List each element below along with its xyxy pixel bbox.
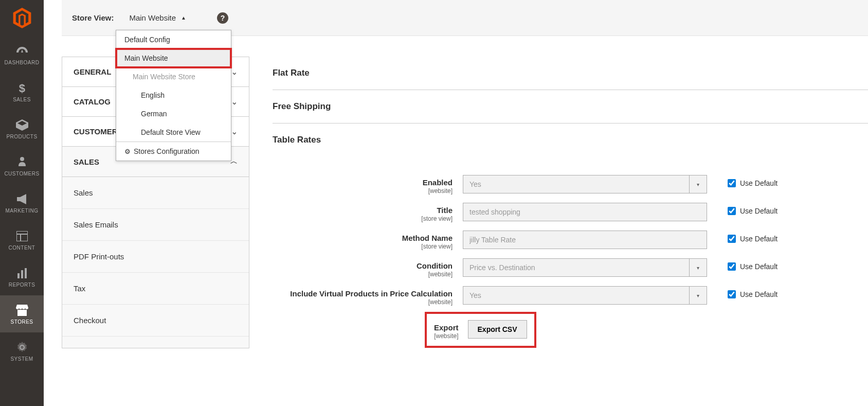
enabled-use-default[interactable]: Use Default — [728, 175, 777, 187]
export-highlight: Export[website] Export CSV — [427, 314, 534, 346]
virtual-select: Yes▾ — [463, 286, 707, 305]
nav-products-label: PRODUCTS — [6, 134, 37, 139]
store-icon — [15, 304, 29, 317]
row-virtual: Include Virtual Products in Price Calcul… — [273, 286, 868, 306]
box-icon — [15, 118, 29, 132]
nav-sales[interactable]: $ SALES — [0, 73, 44, 110]
condition-label: Condition — [417, 261, 453, 270]
dd-stores-configuration-label: Stores Configuration — [134, 147, 200, 155]
nav-content[interactable]: CONTENT — [0, 221, 44, 258]
nav-system-label: SYSTEM — [10, 356, 33, 362]
nav-reports[interactable]: REPORTS — [0, 258, 44, 295]
section-flat-rate[interactable]: Flat Rate — [273, 57, 868, 90]
magento-logo-icon — [12, 8, 32, 28]
nav-system[interactable]: SYSTEM — [0, 332, 44, 369]
subitem-sales-emails[interactable]: Sales Emails — [62, 209, 249, 241]
nav-stores[interactable]: STORES — [0, 295, 44, 332]
row-export: Export[website] Export CSV — [427, 314, 868, 346]
nav-marketing[interactable]: MARKETING — [0, 184, 44, 221]
gear-icon — [15, 341, 29, 354]
person-icon — [15, 155, 29, 169]
use-default-label: Use Default — [740, 290, 777, 298]
subitem-pdf-printouts[interactable]: PDF Print-outs — [62, 241, 249, 273]
virtual-use-default[interactable]: Use Default — [728, 286, 777, 298]
title-use-default[interactable]: Use Default — [728, 203, 777, 215]
enabled-label: Enabled — [423, 178, 453, 187]
title-label: Title — [437, 206, 453, 215]
nav-stores-label: STORES — [11, 319, 33, 325]
dd-main-website[interactable]: Main Website — [116, 49, 231, 67]
help-icon[interactable]: ? — [217, 12, 228, 24]
section-table-rates[interactable]: Table Rates — [273, 123, 868, 156]
export-csv-button[interactable]: Export CSV — [468, 320, 527, 339]
nav-dashboard[interactable]: DASHBOARD — [0, 36, 44, 73]
dd-english[interactable]: English — [116, 86, 231, 104]
method-label: Method Name — [402, 234, 453, 242]
caret-up-icon: ▲ — [181, 15, 186, 21]
method-use-default-checkbox[interactable] — [728, 235, 736, 243]
virtual-value: Yes — [469, 291, 481, 299]
subitem-checkout[interactable]: Checkout — [62, 305, 249, 337]
store-view-switcher[interactable]: Main Website ▲ — [129, 13, 186, 22]
virtual-label: Include Virtual Products in Price Calcul… — [290, 289, 453, 298]
magento-logo[interactable] — [0, 0, 44, 36]
bars-icon — [15, 267, 29, 280]
condition-select: Price vs. Destination▾ — [463, 258, 707, 277]
megaphone-icon — [15, 192, 29, 206]
condition-use-default-checkbox[interactable] — [728, 262, 736, 271]
dd-stores-configuration[interactable]: ⚙Stores Configuration — [116, 142, 231, 161]
dd-default-config[interactable]: Default Config — [116, 30, 231, 49]
nav-products[interactable]: PRODUCTS — [0, 110, 44, 147]
gear-small-icon: ⚙ — [124, 148, 131, 155]
use-default-label: Use Default — [740, 235, 777, 243]
title-use-default-checkbox[interactable] — [728, 207, 736, 215]
method-use-default[interactable]: Use Default — [728, 231, 777, 243]
chevron-down-icon: ⌄ — [231, 98, 238, 106]
tab-catalog-label: CATALOG — [74, 97, 111, 106]
nav-content-label: CONTENT — [9, 245, 35, 251]
nav-marketing-label: MARKETING — [6, 208, 39, 214]
nav-customers[interactable]: CUSTOMERS — [0, 147, 44, 184]
section-free-shipping[interactable]: Free Shipping — [273, 90, 868, 123]
chevron-down-icon: ⌄ — [231, 128, 238, 136]
store-view-label: Store View: — [72, 13, 114, 22]
tab-sales-label: SALES — [74, 157, 99, 166]
chevron-down-icon: ⌄ — [231, 68, 238, 76]
svg-rect-7 — [25, 268, 27, 278]
subitem-shipping-settings[interactable]: Shipping Settings — [62, 337, 249, 348]
export-label: Export — [434, 323, 459, 332]
nav-sales-label: SALES — [13, 97, 31, 102]
method-scope: [store view] — [273, 243, 453, 250]
use-default-label: Use Default — [740, 207, 777, 215]
dd-default-store-view[interactable]: Default Store View — [116, 123, 231, 142]
subitem-tax[interactable]: Tax — [62, 273, 249, 305]
admin-nav: DASHBOARD $ SALES PRODUCTS CUSTOMERS MAR… — [0, 0, 44, 406]
store-view-current: Main Website — [129, 13, 176, 22]
virtual-use-default-checkbox[interactable] — [728, 290, 736, 298]
enabled-scope: [website] — [273, 187, 453, 195]
row-enabled: Enabled[website] Yes▾ Use Default — [273, 175, 868, 195]
nav-reports-label: REPORTS — [9, 282, 35, 288]
svg-rect-6 — [21, 270, 23, 278]
title-scope: [store view] — [273, 215, 453, 222]
dollar-icon: $ — [15, 81, 29, 95]
svg-point-1 — [20, 157, 24, 161]
condition-value: Price vs. Destination — [469, 263, 535, 272]
store-view-dropdown: Default Config Main Website Main Website… — [116, 30, 231, 161]
condition-use-default[interactable]: Use Default — [728, 258, 777, 271]
gauge-icon — [15, 44, 29, 58]
subitem-sales[interactable]: Sales — [62, 177, 249, 209]
svg-rect-5 — [17, 273, 20, 278]
enabled-use-default-checkbox[interactable] — [728, 179, 736, 187]
svg-rect-2 — [16, 231, 28, 241]
svg-text:$: $ — [19, 82, 25, 94]
nav-customers-label: CUSTOMERS — [4, 171, 39, 176]
row-condition: Condition[website] Price vs. Destination… — [273, 258, 868, 278]
condition-scope: [website] — [273, 271, 453, 278]
chevron-up-icon: ︿ — [230, 157, 238, 166]
chevron-down-icon: ▾ — [689, 175, 707, 193]
row-title: Title[store view] Use Default — [273, 203, 868, 222]
enabled-select: Yes▾ — [463, 175, 707, 193]
dd-main-website-store: Main Website Store — [116, 67, 231, 86]
dd-german[interactable]: German — [116, 104, 231, 123]
